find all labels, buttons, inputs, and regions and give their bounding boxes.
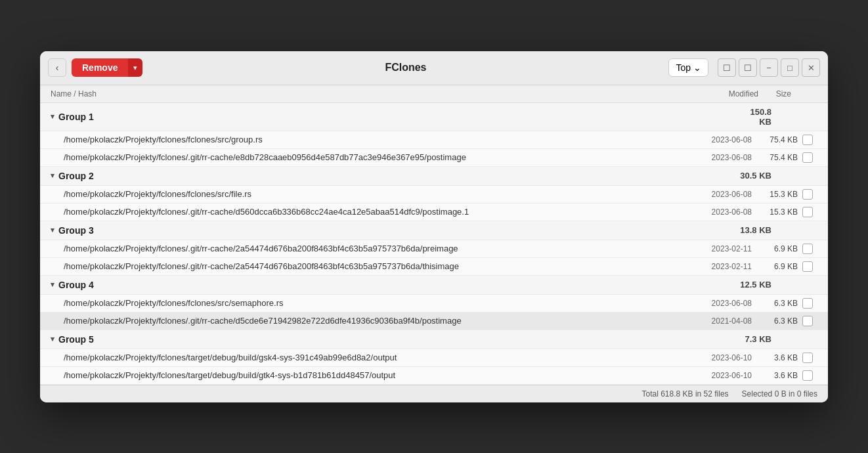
top-button[interactable]: Top ⌄ — [668, 58, 708, 77]
file-checkbox-container — [798, 261, 817, 272]
table-row[interactable]: /home/pkolaczk/Projekty/fclones/.git/rr-… — [40, 240, 828, 258]
table-row[interactable]: /home/pkolaczk/Projekty/fclones/.git/rr-… — [40, 258, 828, 276]
table-row[interactable]: /home/pkolaczk/Projekty/fclones/.git/rr-… — [40, 204, 828, 221]
file-checkbox[interactable] — [802, 244, 813, 254]
group-name: Group 5 — [58, 334, 739, 345]
titlebar: ‹ Remove ▾ FClones Top ⌄ ☐ ☐ − □ ✕ — [40, 51, 828, 85]
file-checkbox-container — [798, 189, 817, 200]
remove-dropdown-button[interactable]: ▾ — [128, 58, 142, 77]
table-row[interactable]: /home/pkolaczk/Projekty/fclones/target/d… — [40, 367, 828, 385]
table-row[interactable]: /home/pkolaczk/Projekty/fclones/fclones/… — [40, 295, 828, 313]
file-checkbox-container — [798, 244, 817, 254]
file-size: 3.6 KB — [752, 353, 798, 362]
file-checkbox[interactable] — [802, 135, 813, 145]
file-checkbox[interactable] — [802, 189, 813, 200]
checkbox-icon-2[interactable]: ☐ — [739, 58, 757, 77]
file-modified: 2023-02-11 — [673, 244, 752, 253]
file-modified: 2023-06-10 — [673, 353, 752, 362]
group-row-3[interactable]: ▾ Group 3 13.8 KB — [40, 221, 828, 240]
file-modified: 2021-04-08 — [673, 316, 752, 326]
file-path: /home/pkolaczk/Projekty/fclones/.git/rr-… — [64, 207, 673, 217]
group-size: 30.5 KB — [739, 171, 798, 181]
file-modified: 2023-06-08 — [673, 190, 752, 199]
file-modified: 2023-02-11 — [673, 262, 752, 271]
chevron-icon: ▾ — [51, 112, 54, 121]
file-path: /home/pkolaczk/Projekty/fclones/fclones/… — [64, 298, 673, 308]
col-name-header: Name / Hash — [51, 89, 680, 98]
group-name: Group 4 — [58, 280, 739, 290]
table-row[interactable]: /home/pkolaczk/Projekty/fclones/target/d… — [40, 349, 828, 367]
file-checkbox-container — [798, 152, 817, 163]
main-window: ‹ Remove ▾ FClones Top ⌄ ☐ ☐ − □ ✕ Name … — [40, 51, 828, 402]
col-modified-header: Modified — [680, 89, 758, 98]
minimize-button[interactable]: − — [760, 58, 778, 77]
file-size: 6.9 KB — [752, 244, 798, 253]
file-modified: 2023-06-08 — [673, 135, 752, 144]
close-button[interactable]: ✕ — [802, 58, 820, 77]
file-size: 15.3 KB — [752, 190, 798, 199]
chevron-icon: ▾ — [51, 171, 54, 180]
table-row[interactable]: /home/pkolaczk/Projekty/fclones/fclones/… — [40, 131, 828, 149]
chevron-icon: ▾ — [51, 335, 54, 343]
file-size: 6.3 KB — [752, 316, 798, 326]
back-button[interactable]: ‹ — [48, 58, 66, 77]
column-headers: Name / Hash Modified Size — [40, 85, 828, 103]
file-modified: 2023-06-10 — [673, 371, 752, 380]
window-title: FClones — [148, 62, 663, 74]
file-checkbox[interactable] — [802, 316, 813, 326]
file-checkbox[interactable] — [802, 353, 813, 363]
file-checkbox-container — [798, 370, 817, 381]
file-modified: 2023-06-08 — [673, 299, 752, 308]
group-row-5[interactable]: ▾ Group 5 7.3 KB — [40, 330, 828, 349]
file-checkbox-container — [798, 316, 817, 326]
file-path: /home/pkolaczk/Projekty/fclones/.git/rr-… — [64, 316, 673, 326]
group-size: 7.3 KB — [739, 334, 798, 344]
file-path: /home/pkolaczk/Projekty/fclones/.git/rr-… — [64, 244, 673, 253]
file-checkbox-container — [798, 353, 817, 363]
file-size: 3.6 KB — [752, 371, 798, 380]
group-size: 13.8 KB — [739, 225, 798, 235]
remove-button-group: Remove ▾ — [72, 58, 142, 77]
file-modified: 2023-06-08 — [673, 153, 752, 162]
file-checkbox[interactable] — [802, 298, 813, 309]
file-path: /home/pkolaczk/Projekty/fclones/target/d… — [64, 353, 673, 362]
file-path: /home/pkolaczk/Projekty/fclones/fclones/… — [64, 189, 673, 199]
file-size: 15.3 KB — [752, 207, 798, 217]
file-checkbox[interactable] — [802, 152, 813, 163]
file-checkbox[interactable] — [802, 207, 813, 217]
group-name: Group 1 — [58, 112, 739, 122]
group-name: Group 3 — [58, 225, 739, 236]
file-checkbox[interactable] — [802, 261, 813, 272]
file-checkbox[interactable] — [802, 370, 813, 381]
file-path: /home/pkolaczk/Projekty/fclones/.git/rr-… — [64, 152, 673, 162]
selected-label: Selected 0 B in 0 files — [742, 389, 817, 399]
table-row[interactable]: /home/pkolaczk/Projekty/fclones/.git/rr-… — [40, 313, 828, 330]
group-name: Group 2 — [58, 171, 739, 181]
file-size: 75.4 KB — [752, 153, 798, 162]
file-size: 75.4 KB — [752, 135, 798, 144]
maximize-button[interactable]: □ — [781, 58, 799, 77]
file-modified: 2023-06-08 — [673, 207, 752, 217]
group-size: 150.8 KB — [739, 107, 798, 127]
group-row-1[interactable]: ▾ Group 1 150.8 KB — [40, 103, 828, 131]
file-path: /home/pkolaczk/Projekty/fclones/fclones/… — [64, 135, 673, 144]
file-size: 6.3 KB — [752, 299, 798, 308]
statusbar: Total 618.8 KB in 52 files Selected 0 B … — [40, 385, 828, 402]
table-row[interactable]: /home/pkolaczk/Projekty/fclones/fclones/… — [40, 186, 828, 204]
file-list: ▾ Group 1 150.8 KB /home/pkolaczk/Projek… — [40, 103, 828, 385]
top-button-arrow: ⌄ — [693, 62, 701, 73]
group-row-2[interactable]: ▾ Group 2 30.5 KB — [40, 167, 828, 186]
group-row-4[interactable]: ▾ Group 4 12.5 KB — [40, 276, 828, 295]
file-checkbox-container — [798, 207, 817, 217]
file-checkbox-container — [798, 135, 817, 145]
table-row[interactable]: /home/pkolaczk/Projekty/fclones/.git/rr-… — [40, 149, 828, 167]
remove-button[interactable]: Remove — [72, 58, 128, 77]
file-path: /home/pkolaczk/Projekty/fclones/target/d… — [64, 370, 673, 380]
group-size: 12.5 KB — [739, 280, 798, 290]
top-button-label: Top — [676, 62, 691, 73]
chevron-icon: ▾ — [51, 280, 54, 289]
file-size: 6.9 KB — [752, 262, 798, 271]
col-size-header: Size — [758, 89, 817, 98]
file-checkbox-container — [798, 298, 817, 309]
checkbox-icon-1[interactable]: ☐ — [718, 58, 736, 77]
